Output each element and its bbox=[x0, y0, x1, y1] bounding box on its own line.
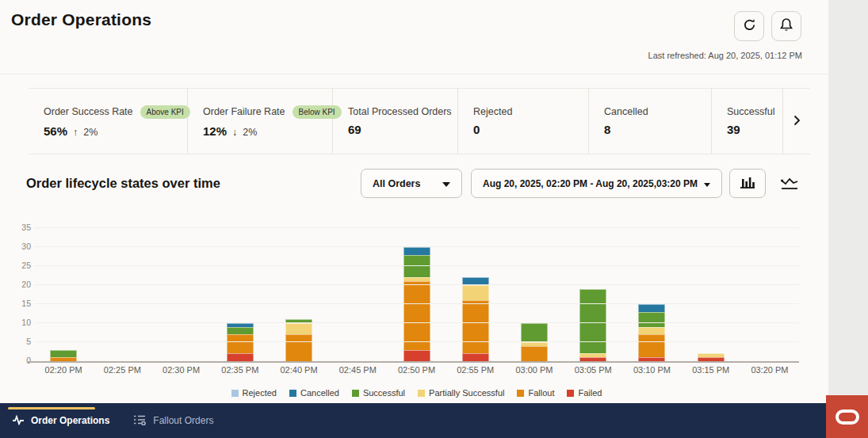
stacked-bar[interactable] bbox=[639, 304, 665, 361]
bar-segment-cancelled[interactable] bbox=[639, 304, 665, 312]
bar-segment-partially-successful[interactable] bbox=[462, 285, 488, 300]
nav-tab-label: Fallout Orders bbox=[153, 415, 213, 426]
date-range-select[interactable]: Aug 20, 2025, 02:20 PM - Aug 20, 2025,03… bbox=[471, 169, 722, 198]
bar-segment-fallout[interactable] bbox=[227, 334, 253, 353]
legend-item-successful[interactable]: Successful bbox=[352, 388, 405, 398]
x-axis-tick-label: 03:15 PM bbox=[682, 365, 740, 375]
bar-segment-fallout[interactable] bbox=[403, 281, 430, 349]
line-chart-view-button[interactable] bbox=[774, 171, 805, 196]
stacked-bar[interactable] bbox=[698, 353, 724, 361]
gridline bbox=[34, 265, 799, 266]
x-axis-tick-label: 03:10 PM bbox=[622, 365, 681, 375]
x-axis-tick-label: 02:45 PM bbox=[328, 365, 387, 375]
bar-segment-successful[interactable] bbox=[580, 289, 606, 354]
gridline bbox=[34, 303, 799, 304]
bar-segment-fallout[interactable] bbox=[639, 334, 665, 357]
pulse-icon bbox=[12, 414, 25, 428]
bar-segment-successful[interactable] bbox=[521, 323, 547, 342]
legend-item-fallout[interactable]: Fallout bbox=[517, 388, 554, 398]
date-range-value: Aug 20, 2025, 02:20 PM - Aug 20, 2025,03… bbox=[483, 178, 698, 189]
y-axis-tick-label: 0 bbox=[26, 356, 31, 365]
y-axis-tick-label: 5 bbox=[26, 337, 31, 346]
kpi-value: 12% bbox=[203, 124, 227, 138]
stacked-bar[interactable] bbox=[286, 319, 312, 361]
legend-label: Partially Successful bbox=[429, 388, 504, 398]
kpi-delta-arrow-down: ↓ bbox=[232, 127, 237, 138]
kpi-value: 8 bbox=[604, 123, 610, 136]
kpi-scroll-next-button[interactable] bbox=[789, 110, 805, 133]
bar-segment-successful[interactable] bbox=[639, 312, 665, 327]
stacked-bar[interactable] bbox=[51, 350, 77, 361]
bar-segment-failed[interactable] bbox=[462, 353, 488, 361]
bar-segment-partially-successful[interactable] bbox=[286, 323, 312, 334]
x-axis-tick-label: 02:25 PM bbox=[93, 365, 151, 375]
kpi-delta: 2% bbox=[243, 127, 257, 138]
page-title: Order Operations bbox=[11, 10, 151, 29]
x-axis-tick-label: 02:40 PM bbox=[270, 365, 328, 375]
refresh-button[interactable] bbox=[734, 11, 764, 41]
orders-filter-select[interactable]: All Orders bbox=[361, 169, 462, 198]
kpi-delta: 2% bbox=[83, 127, 98, 138]
line-chart-icon bbox=[780, 176, 799, 192]
oracle-logo-icon bbox=[835, 409, 859, 425]
kpi-value: 39 bbox=[727, 123, 740, 136]
bar-segment-cancelled[interactable] bbox=[403, 247, 430, 255]
legend-swatch bbox=[289, 390, 296, 397]
oracle-logo-badge[interactable] bbox=[826, 395, 868, 438]
chart-section-title: Order lifecycle states over time bbox=[26, 176, 220, 191]
bar-segment-successful[interactable] bbox=[403, 255, 430, 278]
kpi-value: 69 bbox=[348, 123, 361, 136]
bar-segment-successful[interactable] bbox=[227, 327, 253, 335]
notifications-button[interactable] bbox=[771, 11, 801, 41]
bar-segment-failed[interactable] bbox=[698, 357, 724, 361]
stacked-bar[interactable] bbox=[227, 323, 253, 361]
stacked-bar[interactable] bbox=[521, 323, 547, 361]
kpi-cancelled: Cancelled 8 bbox=[589, 89, 712, 154]
bar-chart-view-button[interactable] bbox=[729, 169, 766, 198]
x-axis-tick-label: 02:35 PM bbox=[211, 365, 270, 375]
plot-area bbox=[34, 228, 799, 361]
fallout-list-icon bbox=[133, 414, 147, 428]
legend-label: Failed bbox=[578, 388, 602, 398]
legend-item-cancelled[interactable]: Cancelled bbox=[289, 388, 339, 398]
kpi-delta-arrow-up: ↑ bbox=[73, 127, 78, 138]
legend-swatch bbox=[352, 390, 359, 397]
bottom-nav-bar: Order Operations Fallout Orders bbox=[0, 403, 868, 438]
gridline bbox=[34, 322, 799, 323]
kpi-value: 56% bbox=[44, 124, 67, 138]
stacked-bar[interactable] bbox=[462, 277, 488, 361]
bar-segment-fallout[interactable] bbox=[521, 346, 547, 361]
y-axis-tick-label: 10 bbox=[21, 318, 31, 327]
bar-segment-failed[interactable] bbox=[639, 357, 665, 361]
bar-segment-partially-successful[interactable] bbox=[639, 327, 665, 335]
stacked-bar[interactable] bbox=[580, 289, 606, 361]
last-refreshed-text: Last refreshed: Aug 20, 2025, 01:12 PM bbox=[0, 51, 802, 60]
legend-item-rejected[interactable]: Rejected bbox=[231, 388, 277, 398]
chart-legend: RejectedCancelledSuccessfulPartially Suc… bbox=[34, 388, 799, 398]
legend-swatch bbox=[567, 390, 574, 397]
bar-segment-fallout[interactable] bbox=[51, 357, 77, 361]
bar-segment-fallout[interactable] bbox=[286, 334, 312, 361]
y-axis-tick-label: 25 bbox=[21, 261, 31, 270]
kpi-order-success-rate: Order Success Rate Above KPI 56% ↑ 2% bbox=[29, 89, 188, 154]
legend-swatch bbox=[418, 390, 425, 397]
y-axis-tick-label: 35 bbox=[21, 223, 31, 232]
bar-segment-failed[interactable] bbox=[227, 353, 253, 361]
stacked-bar[interactable] bbox=[403, 247, 430, 361]
bar-segment-fallout[interactable] bbox=[462, 300, 488, 353]
header-actions bbox=[734, 11, 801, 41]
bar-segment-successful[interactable] bbox=[51, 350, 77, 358]
legend-item-failed[interactable]: Failed bbox=[567, 388, 602, 398]
bar-segment-failed[interactable] bbox=[580, 357, 606, 361]
kpi-value: 0 bbox=[473, 123, 480, 136]
legend-swatch bbox=[231, 390, 239, 397]
bar-chart-icon bbox=[739, 175, 756, 192]
kpi-strip: Order Success Rate Above KPI 56% ↑ 2% Or… bbox=[29, 88, 810, 154]
y-axis-tick-label: 20 bbox=[21, 280, 31, 289]
nav-tab-label: Order Operations bbox=[31, 415, 109, 426]
x-axis-tick-label: 03:05 PM bbox=[564, 365, 622, 375]
legend-label: Rejected bbox=[243, 388, 277, 398]
legend-item-partially-successful[interactable]: Partially Successful bbox=[418, 388, 504, 398]
bar-segment-failed[interactable] bbox=[403, 350, 430, 361]
nav-tab-fallout-orders[interactable]: Fallout Orders bbox=[121, 403, 225, 438]
